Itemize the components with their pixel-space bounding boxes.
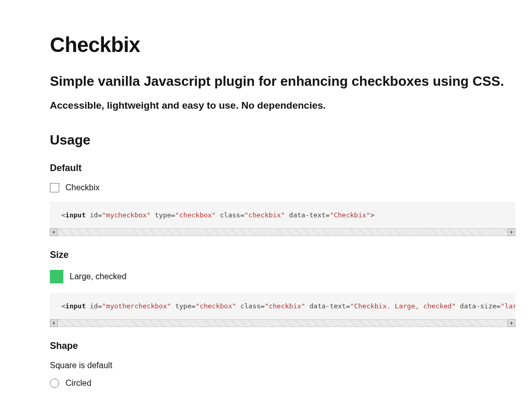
- default-checkbox-row: Checkbix: [50, 183, 515, 192]
- svg-marker-1: [511, 230, 513, 234]
- shape-heading: Shape: [50, 341, 515, 352]
- svg-marker-2: [52, 321, 55, 325]
- svg-marker-0: [52, 230, 55, 234]
- svg-marker-3: [511, 321, 513, 325]
- page-title: Checkbix: [50, 33, 515, 57]
- scroll-left-icon[interactable]: [50, 228, 58, 236]
- scroll-track[interactable]: [58, 319, 508, 327]
- size-code: <input id="myothercheckbox" type="checkb…: [50, 293, 515, 319]
- default-code-wrap: <input id="mycheckbox" type="checkbox" c…: [50, 202, 515, 236]
- large-checkbox[interactable]: [50, 270, 63, 283]
- default-heading: Default: [50, 163, 515, 174]
- circle-checkbox-label: Circled: [65, 379, 91, 388]
- scroll-right-icon[interactable]: [508, 319, 515, 327]
- default-checkbox-label: Checkbix: [65, 183, 100, 192]
- size-scrollbar[interactable]: [50, 319, 515, 327]
- shape-note: Square is default: [50, 361, 515, 370]
- scroll-right-icon[interactable]: [508, 228, 515, 236]
- size-checkbox-row: Large, checked: [50, 270, 515, 283]
- size-heading: Size: [50, 250, 515, 261]
- shape-checkbox-row: Circled: [50, 379, 515, 388]
- scroll-track[interactable]: [58, 228, 508, 236]
- scroll-left-icon[interactable]: [50, 319, 58, 327]
- circle-checkbox[interactable]: [50, 379, 59, 388]
- default-code: <input id="mycheckbox" type="checkbox" c…: [50, 202, 515, 228]
- page-tagline: Accessible, lightweight and easy to use.…: [50, 100, 515, 111]
- large-checkbox-label: Large, checked: [70, 272, 126, 281]
- usage-heading: Usage: [50, 132, 515, 148]
- page-subtitle: Simple vanilla Javascript plugin for enh…: [50, 73, 515, 89]
- size-code-wrap: <input id="myothercheckbox" type="checkb…: [50, 293, 515, 327]
- default-scrollbar[interactable]: [50, 228, 515, 236]
- default-checkbox[interactable]: [50, 183, 59, 192]
